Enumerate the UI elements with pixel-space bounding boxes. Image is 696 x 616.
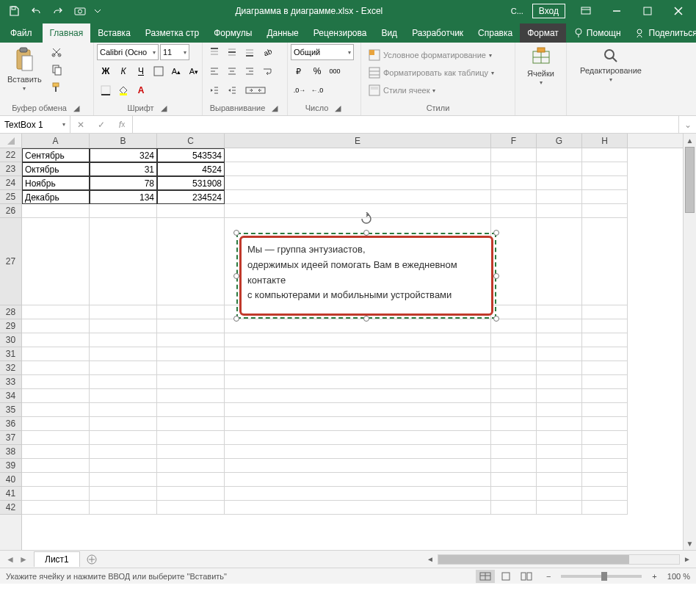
fill-color-icon[interactable] [115,82,132,98]
textbox-content[interactable]: Мы — группа энтузиастов, одержимых идеей… [239,236,493,316]
cell[interactable] [582,473,628,487]
cell[interactable] [22,417,90,431]
cell[interactable] [582,176,628,190]
align-right-icon[interactable] [241,63,258,79]
cell[interactable] [537,305,582,319]
tab-file[interactable]: Файл [0,23,43,43]
cell[interactable] [157,403,225,417]
ribbon-display-icon[interactable] [571,0,601,22]
hscroll-thumb[interactable] [438,555,629,564]
orientation-icon[interactable]: ab [258,44,276,60]
tab-review[interactable]: Рецензирова [306,23,374,43]
cell[interactable] [582,333,628,347]
cell[interactable] [90,204,157,218]
cell[interactable] [90,431,157,445]
cell[interactable] [225,190,491,204]
cell[interactable] [491,319,537,333]
cell[interactable] [90,445,157,459]
name-box[interactable]: TextBox 1▾ [0,116,70,133]
cell[interactable]: 324 [90,148,157,162]
cell[interactable] [157,204,225,218]
cell[interactable] [582,190,628,204]
cell[interactable] [491,403,537,417]
row-header[interactable]: 27 [0,218,21,305]
merge-center-icon[interactable] [241,82,270,98]
cell[interactable] [22,389,90,403]
cell[interactable] [225,204,491,218]
cells-button[interactable]: Ячейки▾ [523,44,559,89]
cell[interactable] [491,148,537,162]
cell[interactable] [582,148,628,162]
percent-icon[interactable]: % [308,63,326,79]
tab-view[interactable]: Вид [374,23,405,43]
cell[interactable] [491,487,537,501]
column-header[interactable]: G [537,134,582,148]
scroll-up-icon[interactable]: ▲ [684,134,696,147]
handle-sw[interactable] [233,316,239,322]
row-header[interactable]: 36 [0,417,21,431]
cell[interactable] [157,487,225,501]
cell[interactable]: 4524 [157,162,225,176]
cell[interactable] [90,347,157,361]
hscroll-track[interactable] [438,554,680,565]
cell[interactable] [90,361,157,375]
number-launcher-icon[interactable]: ◢ [333,103,343,113]
cells-area[interactable]: Сентябрь324543534Октябрь314524Ноябрь7853… [22,148,683,550]
cell[interactable] [22,319,90,333]
cell[interactable] [22,473,90,487]
handle-e[interactable] [493,273,499,279]
cell[interactable] [90,389,157,403]
cell[interactable] [22,375,90,389]
cell[interactable] [491,501,537,515]
handle-se[interactable] [493,316,499,322]
cell[interactable] [582,487,628,501]
row-header[interactable]: 40 [0,473,21,487]
cell[interactable] [582,305,628,319]
cell[interactable]: 531908 [157,176,225,190]
cell[interactable] [22,333,90,347]
horizontal-scrollbar[interactable]: ◄ ► [101,554,696,565]
qat-customize-icon[interactable] [93,1,103,21]
cell[interactable] [582,162,628,176]
align-top-icon[interactable] [206,44,223,60]
cell[interactable]: 234524 [157,190,225,204]
cell[interactable] [157,445,225,459]
column-header[interactable]: F [491,134,537,148]
align-center-icon[interactable] [223,63,241,79]
zoom-level[interactable]: 100 % [667,572,690,581]
align-middle-icon[interactable] [223,44,241,60]
handle-nw[interactable] [233,230,239,236]
increase-decimal-icon[interactable]: .0→ [291,82,308,98]
cell[interactable] [582,389,628,403]
cell[interactable] [537,319,582,333]
cell[interactable]: 134 [90,190,157,204]
format-as-table-button[interactable]: Форматировать как таблицу▾ [364,65,499,81]
close-icon[interactable] [664,0,693,22]
cell[interactable] [537,501,582,515]
cell[interactable] [537,389,582,403]
cell[interactable] [157,218,225,305]
row-header[interactable]: 31 [0,347,21,361]
cell[interactable]: Октябрь [22,162,90,176]
tab-developer[interactable]: Разработчик [405,23,471,43]
row-header[interactable]: 33 [0,375,21,389]
border-bottom-icon[interactable] [97,82,115,98]
row-header[interactable]: 30 [0,333,21,347]
cell[interactable] [22,501,90,515]
cell[interactable] [582,218,628,305]
cell[interactable] [491,162,537,176]
cell[interactable] [157,459,225,473]
tab-page-layout[interactable]: Разметка стр [138,23,206,43]
cell[interactable] [537,176,582,190]
cell[interactable] [582,445,628,459]
decrease-indent-icon[interactable] [206,82,223,98]
cell[interactable] [582,501,628,515]
cut-icon[interactable] [48,44,65,60]
select-all-corner[interactable] [0,134,22,148]
cell[interactable] [22,218,90,305]
handle-n[interactable] [363,230,369,236]
tab-home[interactable]: Главная [43,23,91,43]
underline-button[interactable]: Ч [132,63,150,79]
cell[interactable] [537,417,582,431]
handle-ne[interactable] [493,230,499,236]
